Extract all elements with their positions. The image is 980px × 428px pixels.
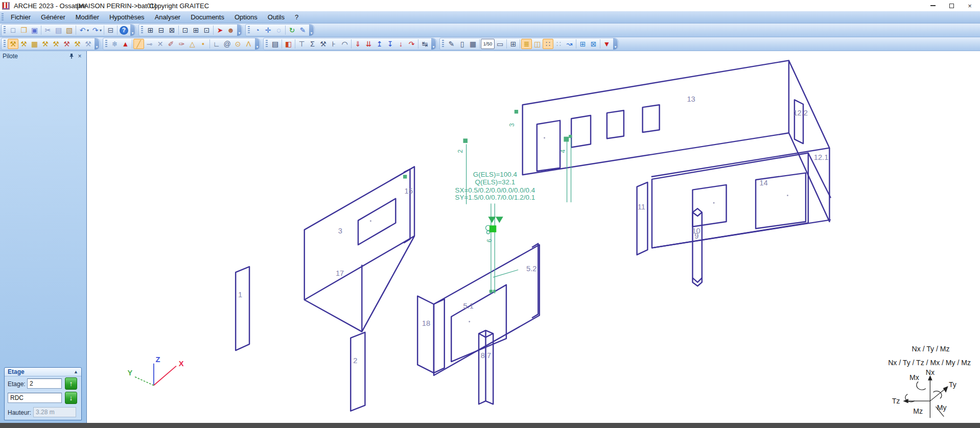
blocks-group-icon[interactable]: ⊠ [588, 39, 599, 49]
etage-number-input[interactable] [27, 378, 62, 389]
display-render-icon[interactable]: ↝ [564, 39, 575, 49]
menu-hypotheses[interactable]: Hypothèses [104, 12, 150, 22]
drawing-canvas[interactable]: 1 2 3 5.1 5.2 7 8 9 10 11 12.1 12.2 13 1… [87, 51, 980, 423]
dimension-icon[interactable]: ↹ [419, 39, 430, 49]
toolbar-grip[interactable] [4, 40, 6, 48]
toolbar-overflow-button[interactable]: ▾ [613, 38, 618, 50]
wall-18-face-b[interactable] [434, 299, 445, 373]
wall-18-face-a[interactable] [417, 296, 434, 373]
view-perspective-icon[interactable]: ⊡ [201, 25, 212, 35]
node-icon[interactable]: △ [187, 39, 198, 49]
scale-1-50-icon[interactable]: 1/50 [481, 39, 495, 49]
display-walls-icon[interactable]: ◫ [532, 39, 543, 49]
wall-15-strip[interactable] [404, 169, 410, 243]
draw-segment-icon[interactable]: ⊸ [144, 39, 155, 49]
minimize-button[interactable] [924, 0, 942, 11]
dropdown-arrow-icon[interactable]: ▾ [100, 28, 102, 33]
menu-documents[interactable]: Documents [185, 12, 229, 22]
open-folder-icon[interactable]: ❒ [18, 25, 29, 35]
pan-icon[interactable]: ✛ [263, 25, 273, 35]
collapse-arrow-icon[interactable]: ▲ [74, 369, 78, 374]
support-icon[interactable]: ⊤ [296, 39, 307, 49]
document-edit-icon[interactable]: ✎ [446, 39, 457, 49]
key-icon[interactable]: ⊙ [232, 39, 243, 49]
wall-13[interactable] [523, 60, 789, 175]
cut-icon[interactable]: ✂ [42, 25, 53, 35]
close-button[interactable]: × [961, 0, 979, 11]
menu-fichier[interactable]: Fichier [6, 12, 36, 22]
draw-pencil-icon[interactable]: ✐ [166, 39, 176, 49]
beam-load-icon[interactable]: ⇓ [353, 39, 363, 49]
tool-move-icon[interactable]: ⚒ [18, 39, 29, 49]
redo-icon[interactable]: ↷ [90, 25, 101, 35]
toolbar-grip[interactable] [248, 26, 250, 34]
structure-3d-view[interactable]: 1 2 3 5.1 5.2 7 8 9 10 11 12.1 12.2 13 1… [87, 51, 979, 423]
view-plane-xz-icon[interactable]: ⊟ [156, 25, 167, 35]
display-axes-icon[interactable]: ∷ [553, 39, 564, 49]
wall-12-gable[interactable] [789, 60, 830, 222]
walkthrough-icon[interactable]: ➤ [215, 25, 225, 35]
wall-3-left[interactable] [305, 167, 414, 300]
cone-marker-icon[interactable]: ▲ [120, 39, 131, 49]
tool-copy-icon[interactable]: ⚒ [40, 39, 51, 49]
menu-help[interactable]: ? [290, 12, 304, 22]
tool-offset-icon[interactable]: ⚒ [51, 39, 61, 49]
redraw-icon[interactable]: ✎ [297, 25, 308, 35]
render-palette-icon[interactable]: ◧ [283, 39, 294, 49]
span-direction-icon[interactable]: ⊦ [329, 39, 339, 49]
wall-13-window-2[interactable] [607, 110, 624, 138]
tool-mesh-icon[interactable]: ▦ [29, 39, 40, 49]
tool-delete-icon[interactable]: ⚒ [61, 39, 72, 49]
toolbar-overflow-button[interactable]: ▾ [237, 25, 242, 36]
table-icon[interactable]: ⊞ [508, 39, 519, 49]
tool-select-icon[interactable]: ⚒ [8, 39, 18, 49]
wall-11[interactable] [637, 182, 648, 255]
toolbar-grip[interactable] [105, 40, 107, 48]
zoom-window-icon[interactable]: ◌ [273, 25, 284, 35]
wall-2[interactable] [351, 332, 365, 411]
column-10-9-fold-bottom[interactable] [692, 278, 702, 282]
structure-grid-icon[interactable]: ❄ [109, 39, 120, 49]
sum-load-icon[interactable]: Σ [307, 39, 318, 49]
toolbar-grip[interactable] [141, 26, 143, 34]
menu-options[interactable]: Options [229, 12, 263, 22]
column-up-load-icon[interactable]: ↥ [374, 39, 385, 49]
toolbar-overflow-button[interactable]: ▾ [130, 25, 135, 36]
etage-down-button[interactable]: ↓ [65, 392, 77, 404]
local-axis-icon[interactable]: ∟ [211, 39, 222, 49]
refresh-icon[interactable]: ↻ [287, 25, 297, 35]
draw-polyline-icon[interactable]: ✑ [176, 39, 187, 49]
pin-icon[interactable] [67, 52, 76, 60]
support-load-icon[interactable]: ⇊ [363, 39, 374, 49]
notebook-icon[interactable]: ▦ [468, 39, 478, 49]
wall-14-window[interactable] [692, 185, 726, 227]
point-icon[interactable]: • [198, 39, 208, 49]
display-slabs-icon[interactable]: ≣ [521, 39, 532, 49]
undo-icon[interactable]: ↶ [77, 25, 88, 35]
etage-widget-header[interactable]: Etage ▲ [5, 368, 81, 376]
view-iso-icon[interactable]: ⊡ [180, 25, 191, 35]
menu-generer[interactable]: Générer [36, 12, 71, 22]
window-scale-icon[interactable]: ▭ [495, 39, 505, 49]
wall-12-slot-window[interactable] [795, 100, 803, 144]
view-axono-icon[interactable]: ⊞ [191, 25, 201, 35]
wall-3-window[interactable] [358, 199, 395, 245]
selected-node-marker[interactable] [489, 225, 496, 232]
save-icon[interactable]: ▣ [29, 25, 40, 35]
new-document-icon[interactable]: □ [8, 25, 18, 35]
maximize-button[interactable] [942, 0, 961, 11]
toolbar-grip[interactable] [442, 40, 444, 48]
wall-13-door[interactable] [537, 121, 560, 171]
menu-outils[interactable]: Outils [263, 12, 290, 22]
column-10-9-fold-top[interactable] [692, 212, 702, 216]
etage-up-button[interactable]: ↑ [65, 377, 77, 390]
wall-5-2-strip[interactable] [532, 244, 538, 318]
help-icon[interactable]: ? [120, 26, 128, 35]
column-10-9[interactable] [692, 208, 702, 286]
hammer-icon[interactable]: ⚒ [318, 39, 329, 49]
wall-13-window-1[interactable] [571, 115, 591, 147]
point-load-icon[interactable]: ↓ [395, 39, 406, 49]
intersection-icon[interactable]: ✕ [155, 39, 166, 49]
annotation-icon[interactable]: @ [222, 39, 232, 49]
toolbar-grip[interactable] [4, 26, 6, 34]
